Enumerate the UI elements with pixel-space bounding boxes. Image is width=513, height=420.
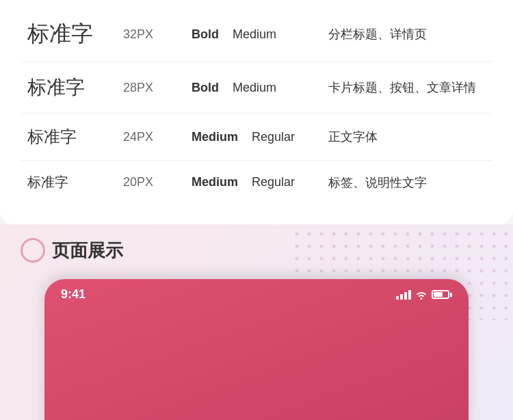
typography-usage: 标签、说明性文字	[321, 161, 492, 205]
weight-medium-label: Regular	[252, 175, 295, 189]
typography-section: 标准字 32PX Bold Medium 分栏标题、详情页 标准字 28PX B…	[0, 0, 513, 224]
typography-row: 标准字 20PX Medium Regular 标签、说明性文字	[21, 161, 492, 205]
weight-bold-label: Medium	[192, 175, 238, 189]
typography-label: 标准字	[21, 62, 116, 114]
typography-usage: 正文字体	[321, 114, 492, 161]
typography-size: 24PX	[116, 114, 185, 161]
battery-fill	[434, 292, 443, 297]
signal-bar-2	[400, 294, 403, 300]
typography-size: 28PX	[116, 62, 185, 114]
typography-table: 标准字 32PX Bold Medium 分栏标题、详情页 标准字 28PX B…	[21, 7, 492, 204]
section-title: 页面展示	[52, 239, 123, 263]
typography-label: 标准字	[21, 161, 116, 205]
signal-bar-3	[404, 292, 407, 300]
battery-tip	[450, 293, 452, 297]
typography-label: 标准字	[21, 7, 116, 62]
typography-row: 标准字 28PX Bold Medium 卡片标题、按钮、文章详情	[21, 62, 492, 114]
weight-bold-label: Medium	[192, 130, 238, 144]
battery-body	[432, 290, 449, 299]
weight-bold-label: Bold	[192, 27, 219, 41]
battery-icon	[432, 290, 452, 299]
typography-weight: Medium Regular	[185, 161, 321, 205]
signal-bar-1	[396, 296, 399, 300]
typography-size: 20PX	[116, 161, 185, 205]
typography-weight: Medium Regular	[185, 114, 321, 161]
typography-size: 32PX	[116, 7, 185, 62]
typography-label: 标准字	[21, 114, 116, 161]
typography-weight: Bold Medium	[185, 62, 321, 114]
page-demo-section: 页面展示 9:41	[0, 224, 513, 420]
phone-preview: 9:41	[44, 279, 469, 420]
status-time: 9:41	[61, 287, 86, 302]
typography-weight: Bold Medium	[185, 7, 321, 62]
status-icons	[396, 290, 452, 300]
signal-bars-icon	[396, 290, 411, 300]
weight-medium-label: Regular	[252, 130, 295, 144]
typography-usage: 卡片标题、按钮、文章详情	[321, 62, 492, 114]
phone-status-bar: 9:41	[44, 279, 469, 307]
typography-row: 标准字 32PX Bold Medium 分栏标题、详情页	[21, 7, 492, 62]
typography-usage: 分栏标题、详情页	[321, 7, 492, 62]
weight-medium-label: Medium	[233, 27, 276, 41]
signal-bar-4	[408, 290, 411, 300]
weight-medium-label: Medium	[233, 81, 276, 94]
weight-bold-label: Bold	[192, 81, 219, 94]
section-icon	[21, 238, 45, 263]
typography-row: 标准字 24PX Medium Regular 正文字体	[21, 114, 492, 161]
wifi-icon	[415, 290, 428, 300]
